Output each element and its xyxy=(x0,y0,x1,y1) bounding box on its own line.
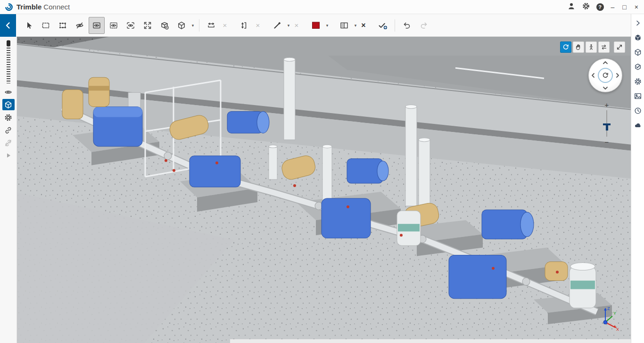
area-select-tool-button[interactable] xyxy=(38,17,54,34)
sync-tab-button[interactable] xyxy=(633,120,643,131)
redo-icon xyxy=(419,21,429,30)
eye-slash-icon xyxy=(75,21,84,30)
views-tab-button[interactable] xyxy=(633,91,643,101)
select-tool-button[interactable] xyxy=(21,17,37,34)
cube-icon xyxy=(4,100,13,109)
links-button[interactable] xyxy=(2,124,15,136)
zoom-in-button[interactable]: + xyxy=(605,101,609,109)
chevron-down-icon[interactable]: ▾ xyxy=(190,23,195,28)
chevron-down-icon[interactable]: ▾ xyxy=(353,23,358,28)
markup-line-tool-button[interactable] xyxy=(269,17,285,34)
split-view-tool-button[interactable] xyxy=(336,17,352,34)
walk-tool-button[interactable] xyxy=(586,41,597,53)
image-icon xyxy=(634,92,642,100)
fit-to-view-tool-button[interactable] xyxy=(140,17,156,34)
collapse-panel-button[interactable] xyxy=(633,18,643,28)
play-icon xyxy=(5,152,12,159)
markup-color-tool-button[interactable] xyxy=(308,17,324,34)
settings-gear-icon[interactable] xyxy=(582,2,590,12)
expand-button[interactable] xyxy=(2,150,15,161)
wheel-up-chevron[interactable] xyxy=(603,60,608,65)
titlebar: Trimble Connect ? – □ × xyxy=(0,0,644,14)
eye-box-icon xyxy=(92,21,101,30)
section-slider[interactable] xyxy=(5,40,12,85)
hide-parts-tool-button[interactable] xyxy=(72,17,88,34)
show-frame-tool-button[interactable] xyxy=(123,17,139,34)
color-swatch-icon xyxy=(311,21,321,30)
undo-button[interactable] xyxy=(399,17,415,34)
clock-icon xyxy=(634,106,642,115)
eye-icon xyxy=(4,88,13,97)
zoom-out-button[interactable]: − xyxy=(605,138,609,146)
user-icon[interactable] xyxy=(567,2,576,12)
toolbar-separator xyxy=(199,19,199,32)
wheel-orbit-button[interactable] xyxy=(598,68,613,83)
models-tab-button[interactable] xyxy=(633,33,643,43)
visibility-button[interactable] xyxy=(2,86,15,98)
measure-vertical-icon xyxy=(239,21,249,30)
isolate-parts-tool-button[interactable] xyxy=(106,17,122,34)
cloud-icon xyxy=(634,121,642,130)
orbit-icon xyxy=(602,72,609,79)
hand-icon xyxy=(575,43,582,51)
chevron-down-icon[interactable]: ▾ xyxy=(286,23,291,28)
wheel-down-chevron[interactable] xyxy=(603,85,608,91)
cursor-icon xyxy=(24,21,33,30)
pan-tool-button[interactable] xyxy=(573,41,584,53)
models-panel-button[interactable] xyxy=(2,99,15,110)
navigation-wheel[interactable] xyxy=(588,58,622,92)
main-toolbar: ▾ × × ▾ × ▾ ▾ × xyxy=(0,14,631,37)
orbit-icon xyxy=(562,43,570,51)
properties-tab-button[interactable] xyxy=(633,76,643,87)
cube-gear-icon xyxy=(160,21,169,30)
chevron-down-icon[interactable]: ▾ xyxy=(325,23,330,28)
close-measure-vertical-button[interactable]: × xyxy=(253,21,263,29)
measure-horizontal-tool-button[interactable] xyxy=(203,17,219,34)
part-select-tool-button[interactable] xyxy=(55,17,71,34)
minimize-button[interactable]: – xyxy=(610,4,616,10)
swap-view-tool-button[interactable] xyxy=(598,41,610,53)
expand-diagonal-icon xyxy=(616,43,623,51)
history-tab-button[interactable] xyxy=(633,106,643,116)
show-parts-tool-button[interactable] xyxy=(89,17,105,34)
left-toolbar xyxy=(0,37,17,343)
help-icon[interactable]: ? xyxy=(596,3,604,11)
clash-check-tool-button[interactable] xyxy=(375,17,391,34)
check-add-icon xyxy=(378,21,388,30)
measure-vertical-tool-button[interactable] xyxy=(236,17,252,34)
zoom-handle[interactable] xyxy=(603,123,611,131)
eye-frame-icon xyxy=(126,21,135,30)
close-button[interactable]: × xyxy=(634,4,639,10)
close-markup-line-button[interactable]: × xyxy=(292,21,301,29)
walk-person-icon xyxy=(587,43,595,51)
links-off-button[interactable] xyxy=(2,137,15,148)
brand-name: Trimble xyxy=(17,3,41,11)
viewport-nav-strip xyxy=(560,41,625,53)
wheel-right-chevron[interactable] xyxy=(615,73,620,78)
todos-tab-button[interactable] xyxy=(633,62,643,72)
pen-line-icon xyxy=(272,21,282,30)
orbit-tool-button[interactable] xyxy=(560,41,571,53)
arrows-swap-icon xyxy=(600,43,608,51)
zoom-slider: + − xyxy=(602,101,612,146)
settings-button[interactable] xyxy=(2,112,15,123)
marquee-nodes-icon xyxy=(58,21,67,30)
close-split-view-button[interactable]: × xyxy=(359,21,368,30)
measure-horizontal-icon xyxy=(206,21,216,30)
model-canvas[interactable] xyxy=(17,37,631,343)
zoom-track[interactable] xyxy=(606,110,607,137)
view-cube-tool-button[interactable] xyxy=(173,17,190,34)
model-options-tool-button[interactable] xyxy=(157,17,173,34)
objects-tab-button[interactable] xyxy=(633,47,643,57)
right-sidebar xyxy=(631,14,644,343)
marquee-icon xyxy=(41,21,50,30)
model-viewport[interactable]: + − Z Y X xyxy=(17,37,631,343)
close-measure-horizontal-button[interactable]: × xyxy=(220,21,230,29)
maximize-button[interactable]: □ xyxy=(621,4,627,10)
wheel-left-chevron[interactable] xyxy=(590,73,596,78)
redo-button[interactable] xyxy=(416,17,432,34)
cube-filled-icon xyxy=(634,33,642,42)
fullscreen-tool-button[interactable] xyxy=(614,41,625,53)
gear-icon xyxy=(634,77,642,86)
back-button[interactable] xyxy=(0,14,16,37)
